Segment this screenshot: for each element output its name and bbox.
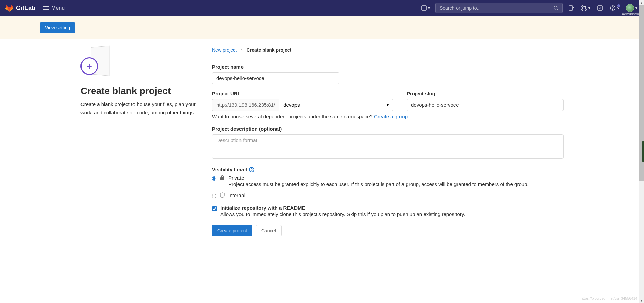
- project-icon: +: [80, 47, 201, 78]
- scroll-up-arrow[interactable]: ▴: [639, 0, 644, 5]
- chevron-down-icon: ▾: [387, 103, 389, 107]
- sidebar: + Create blank project Create a blank pr…: [80, 47, 201, 236]
- project-slug-group: Project slug: [407, 91, 564, 111]
- svg-point-7: [582, 9, 583, 10]
- create-group-link[interactable]: Create a group.: [374, 114, 409, 119]
- scrollbar[interactable]: ▴ ▾: [639, 0, 644, 245]
- breadcrumb-separator: ›: [241, 47, 243, 53]
- visibility-label: Visibility Level ?: [212, 167, 564, 172]
- description-label: Project description (optional): [212, 126, 564, 132]
- project-name-input[interactable]: [212, 72, 339, 84]
- page-title: Create blank project: [80, 86, 201, 96]
- breadcrumb: New project › Create blank project: [212, 47, 564, 57]
- search-icon: [553, 5, 558, 11]
- chevron-down-icon: ▾: [428, 6, 430, 10]
- help-dropdown[interactable]: ▾: [608, 4, 621, 12]
- side-handle[interactable]: [642, 141, 644, 162]
- svg-rect-9: [598, 6, 602, 10]
- svg-point-8: [585, 9, 586, 10]
- visibility-private-option: Private Project access must be granted e…: [212, 175, 564, 187]
- help-icon[interactable]: ?: [249, 167, 254, 172]
- notice-banner: View setting: [0, 16, 644, 39]
- nav-right-group: ▾ ▾: [420, 3, 639, 13]
- cancel-button[interactable]: Cancel: [256, 225, 282, 236]
- lock-icon: [220, 175, 225, 180]
- namespace-select[interactable]: devops ▾: [279, 99, 393, 111]
- search-box[interactable]: [435, 3, 563, 13]
- create-new-dropdown[interactable]: ▾: [420, 4, 431, 12]
- readme-option: Initialize repository with a README Allo…: [212, 205, 564, 217]
- page-description: Create a blank project to house your fil…: [80, 100, 201, 117]
- search-input[interactable]: [440, 5, 553, 11]
- breadcrumb-parent[interactable]: New project: [212, 47, 237, 53]
- private-desc: Project access must be granted explicitl…: [228, 181, 564, 187]
- group-help-text: Want to house several dependent projects…: [212, 114, 564, 119]
- readme-title: Initialize repository with a README: [220, 205, 465, 211]
- project-name-group: Project name: [212, 64, 564, 84]
- svg-point-6: [582, 6, 583, 7]
- internal-title: Internal: [228, 192, 564, 198]
- svg-point-3: [554, 6, 557, 9]
- form-actions: Create project Cancel: [212, 225, 564, 236]
- visibility-internal-option: Internal: [212, 192, 564, 198]
- avatar: [626, 4, 634, 12]
- readme-checkbox[interactable]: [212, 206, 217, 211]
- merge-requests-dropdown[interactable]: ▾: [580, 4, 592, 12]
- todos-icon[interactable]: [596, 4, 604, 12]
- visibility-private-radio[interactable]: [212, 176, 216, 181]
- top-navigation: GitLab Menu ▾: [0, 0, 644, 16]
- hamburger-icon: [43, 6, 49, 10]
- svg-rect-5: [569, 6, 573, 10]
- menu-label: Menu: [51, 5, 65, 11]
- gitlab-brand-text: GitLab: [16, 5, 35, 12]
- plus-icon: [421, 5, 427, 11]
- nav-left-group: GitLab Menu: [5, 4, 67, 12]
- visibility-internal-radio[interactable]: [212, 194, 216, 198]
- shield-icon: [220, 192, 225, 198]
- project-url-label: Project URL: [212, 91, 393, 96]
- chevron-down-icon: ▾: [635, 6, 637, 10]
- menu-button[interactable]: Menu: [41, 4, 67, 12]
- breadcrumb-current: Create blank project: [247, 47, 292, 53]
- description-input[interactable]: [212, 134, 564, 159]
- namespace-value: devops: [283, 102, 300, 108]
- visibility-group: Visibility Level ? Private Project acces…: [212, 167, 564, 198]
- project-url-group: Project URL http://139.198.166.235:81/ d…: [212, 91, 393, 111]
- svg-point-11: [613, 9, 613, 10]
- gitlab-logo[interactable]: GitLab: [5, 4, 35, 12]
- readme-desc: Allows you to immediately clone this pro…: [220, 211, 465, 217]
- project-slug-label: Project slug: [407, 91, 564, 96]
- chevron-down-icon: ▾: [617, 6, 619, 10]
- issues-icon[interactable]: [567, 4, 576, 12]
- view-setting-button[interactable]: View setting: [40, 22, 75, 33]
- project-slug-input[interactable]: [407, 99, 564, 111]
- svg-line-4: [557, 9, 558, 10]
- form-container: New project › Create blank project Proje…: [212, 47, 564, 236]
- gitlab-icon: [5, 4, 13, 12]
- create-project-button[interactable]: Create project: [212, 225, 252, 236]
- private-title: Private: [228, 175, 564, 181]
- chevron-down-icon: ▾: [588, 6, 590, 10]
- project-name-label: Project name: [212, 64, 564, 70]
- description-group: Project description (optional): [212, 126, 564, 160]
- main-content: + Create blank project Create a blank pr…: [54, 39, 590, 245]
- url-prefix: http://139.198.166.235:81/: [212, 99, 279, 111]
